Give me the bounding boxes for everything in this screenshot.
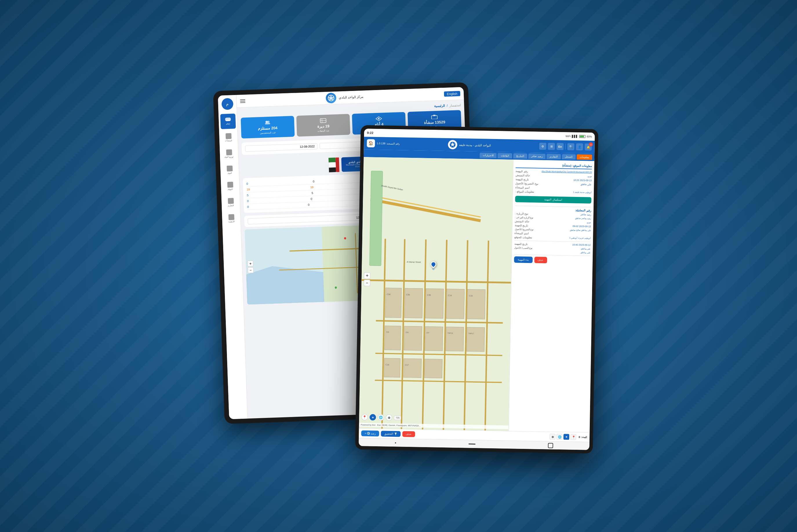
map-zoom-controls: + −: [247, 260, 254, 273]
language-button[interactable]: English: [444, 91, 461, 96]
battery-percent: 80%: [587, 135, 592, 138]
date-value: 2023-09-13 10:25: [573, 179, 592, 182]
strip-filter-button[interactable]: التحقيق: [381, 431, 401, 437]
sidebar-item-licenses[interactable]: توزيع اليوم: [221, 146, 237, 162]
facility-label: اسم المنشأة: [515, 232, 529, 235]
action-strip-icons: 📍 ◈ 🌐 ⊕: [550, 434, 576, 440]
strip-delete-button[interactable]: حذف: [402, 431, 415, 437]
signal-icon: ▋▋▋: [572, 135, 578, 137]
strip-monitor-button[interactable]: رصد +: [361, 430, 379, 436]
block-z25: [384, 325, 401, 350]
hamburger-menu[interactable]: [240, 99, 245, 103]
filter-from-date[interactable]: [245, 143, 317, 152]
map-icon-4[interactable]: ⊕: [386, 414, 392, 420]
tab-reports[interactable]: التقارير: [546, 154, 561, 159]
task3-date-label: تاريخ المهمة: [515, 242, 528, 246]
block-label-z25: Z25: [386, 331, 389, 333]
block-label-z26: Z26: [405, 331, 408, 333]
topbar-center: مركز الواحد البلدي: [326, 92, 364, 103]
map-filter-date[interactable]: [248, 214, 374, 224]
date-row: 2023-09-13 10:25 تاريخ المهمة: [516, 178, 592, 182]
tab-dates[interactable]: التناريخ: [513, 153, 527, 159]
nav-circle[interactable]: [395, 442, 396, 443]
sidebar-item-reports[interactable]: المنشآت: [221, 130, 236, 145]
gear-icon-btn[interactable]: ⚙: [539, 142, 546, 149]
sidebar-item-users[interactable]: اليوم: [222, 162, 237, 177]
svg-text:م: م: [226, 101, 229, 106]
block-c15: [467, 289, 486, 319]
location2-label: معلومات الموقع: [515, 236, 532, 239]
delete-button-panel[interactable]: حذف: [534, 256, 547, 263]
action-strip-right: حذف التحقيق رصد +: [361, 430, 415, 437]
map-icon-2[interactable]: ◈: [370, 414, 376, 420]
front-zoom-in[interactable]: +: [364, 272, 370, 279]
tab-info[interactable]: معلومات: [577, 154, 592, 159]
status-row: جديد حالة التفتيش: [516, 174, 592, 178]
breadcrumb-sub: استفسار: [449, 103, 461, 107]
layers-button[interactable]: ⊞: [548, 143, 555, 150]
visit-type-value: رصد مباشر: [580, 213, 591, 216]
map-icon-1[interactable]: 📍: [362, 414, 368, 420]
en-lang-button[interactable]: En: [556, 143, 563, 150]
nav-square[interactable]: [548, 442, 553, 448]
visit-type-row: رصد مباشر نوع الزيارة :: [515, 212, 591, 216]
start-task-button[interactable]: بدء المهمة: [514, 256, 533, 263]
status-icons: WiFi ▋▋▋ 80%: [566, 135, 592, 138]
task2-date-value: جديد: [587, 221, 591, 224]
strip-icon-3[interactable]: 🌐: [556, 434, 562, 439]
strip-icon-2[interactable]: ◈: [563, 434, 569, 440]
user-button[interactable]: 👤: [576, 143, 583, 150]
divider-3: [514, 254, 590, 256]
onsite-row: على مناطق: [514, 250, 590, 254]
block-label-tmp16: TMP16: [447, 332, 453, 334]
tab-complaints[interactable]: البلاغات: [498, 153, 512, 158]
tab-tests[interactable]: الاختبارات: [480, 153, 497, 158]
block-tmp17: [467, 327, 485, 352]
zoom-level-label: 735: [394, 415, 402, 420]
svg-point-11: [378, 118, 380, 119]
zoom-out-btn[interactable]: −: [248, 267, 254, 273]
sidebar-home-label: إعلام: [226, 122, 230, 125]
topbar-left: [240, 99, 245, 103]
nav-home[interactable]: [469, 443, 476, 444]
block-label-c34: C34: [387, 293, 390, 295]
sidebar-logo: م: [221, 97, 234, 111]
block-z27: [425, 326, 443, 351]
location2-row: أبوظبي جزيرة, أبوظبي 1 معلومات الموقع: [515, 236, 591, 240]
sidebar-item-home[interactable]: إعلام: [220, 114, 236, 129]
sidebar-item-tasks[interactable]: المهام: [222, 178, 238, 194]
search-button-header[interactable]: 🔍: [567, 143, 574, 150]
stat-users-label: عدد المستخدمين: [260, 131, 276, 134]
tab-record[interactable]: السجل: [562, 154, 576, 159]
complete-task-button[interactable]: استكمال المهمة: [515, 196, 591, 204]
visit-area-label: نوع الزيارة الفرعي :: [515, 216, 533, 219]
app-emblem: [448, 140, 457, 149]
inspector2-row: على مناطق صالح مناطق نوع التصريح/ الأصول: [515, 228, 591, 232]
tab-monitor[interactable]: رصد صادر: [529, 153, 545, 159]
zoom-in-btn[interactable]: +: [247, 260, 254, 266]
task-num-row: Abu Dhabi Municipality/City Center/Al Mu…: [516, 170, 592, 174]
divider-2: [515, 240, 591, 242]
block-c36: [425, 288, 444, 318]
date-label: تاريخ المهمة: [516, 178, 529, 181]
map-icon-3[interactable]: 🌐: [378, 414, 384, 420]
svg-rect-7: [265, 123, 270, 124]
home-button[interactable]: 🏠: [367, 139, 375, 147]
map-center-pin: [431, 261, 437, 270]
strip-icon-4[interactable]: ⊕: [550, 434, 555, 439]
app-header-center: البواجد البلدي - مدينة خليفة: [448, 140, 491, 150]
sidebar-reports-label: المنشآت: [225, 139, 232, 142]
type-label: نوع التصريح/ الأصول: [515, 182, 538, 185]
strip-icon-1[interactable]: 📍: [570, 434, 576, 440]
wifi-icon: WiFi: [566, 135, 571, 137]
front-zoom-out[interactable]: −: [364, 280, 370, 286]
count-display: العدد: 8: [579, 436, 588, 439]
location-info-value: أبوظبي مدينة خليفة 1: [573, 191, 592, 194]
topbar-logo-text: مركز الواحد البلدي: [338, 95, 364, 99]
sidebar-logs-label: الأنظمة: [228, 221, 235, 223]
front-tablet: 9:22 WiFi ▋▋▋ 80% 🔔 12: [355, 125, 598, 453]
sidebar-item-settings[interactable]: التقارير: [223, 194, 239, 210]
map-bottom-toolbar: 📍 ◈ 🌐 ⊕ 735: [362, 414, 402, 421]
sidebar-item-logs[interactable]: الأنظمة: [223, 211, 239, 226]
svg-marker-19: [394, 433, 397, 435]
